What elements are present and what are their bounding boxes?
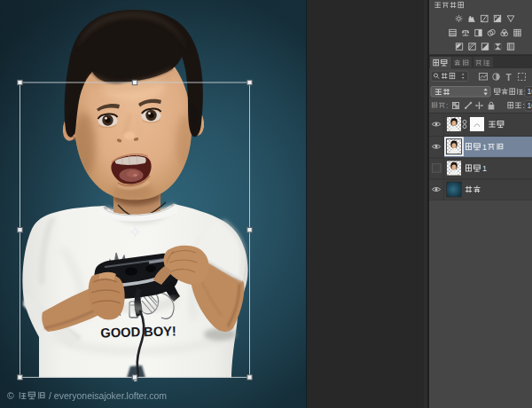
svg-text:©: © bbox=[7, 390, 14, 401]
svg-text:1: 1 bbox=[482, 164, 487, 173]
svg-text:10: 10 bbox=[528, 101, 532, 110]
svg-text:T: T bbox=[506, 73, 512, 82]
svg-text:10: 10 bbox=[528, 87, 532, 96]
svg-text::: : bbox=[446, 101, 448, 110]
svg-text:GOOD BOY!: GOOD BOY! bbox=[100, 323, 176, 340]
svg-text:/ everyoneisajoker.lofter.com: / everyoneisajoker.lofter.com bbox=[49, 390, 167, 401]
svg-text:1: 1 bbox=[482, 143, 487, 152]
